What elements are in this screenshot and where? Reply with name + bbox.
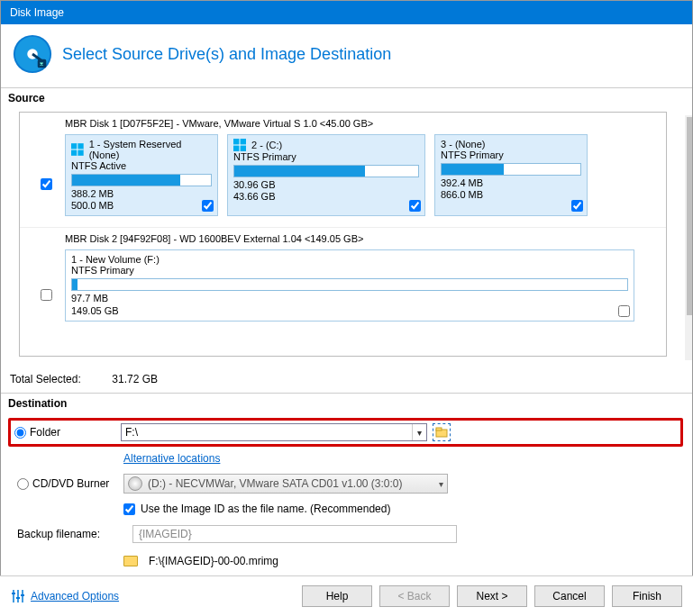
partition-fs: NTFS Primary xyxy=(441,149,581,160)
windows-icon xyxy=(71,143,84,156)
windows-icon xyxy=(233,139,246,151)
wizard-header: Select Source Drive(s) and Image Destina… xyxy=(1,24,692,87)
partition[interactable]: 2 - (C:) NTFS Primary 30.96 GB 43.66 GB xyxy=(227,134,425,216)
burner-combo[interactable]: (D:) - NECVMWar, VMware SATA CD01 v1.00 … xyxy=(123,474,448,494)
source-list: MBR Disk 1 [D07F5F2E] - VMware, VMware V… xyxy=(19,112,667,357)
folder-label: Folder xyxy=(30,426,60,439)
partition[interactable]: 1 - New Volume (F:) NTFS Primary 97.7 MB… xyxy=(65,249,634,321)
partition-total: 500.0 MB xyxy=(71,200,212,212)
partition-used: 30.96 GB xyxy=(233,179,419,191)
total-selected-value: 31.72 GB xyxy=(112,373,158,385)
wizard-footer: Advanced Options Help < Back Next > Canc… xyxy=(0,575,693,616)
disk-block: MBR Disk 2 [94F92F08] - WD 1600BEV Exter… xyxy=(20,227,666,330)
window-title: Disk Image xyxy=(10,6,64,19)
partition-total: 866.0 MB xyxy=(441,189,581,201)
chevron-down-icon: ▾ xyxy=(439,479,443,489)
cancel-button[interactable]: Cancel xyxy=(534,585,605,607)
partition-name: 1 - System Reserved (None) xyxy=(89,139,212,160)
partition-checkbox[interactable] xyxy=(571,200,583,212)
partition-fs: NTFS Active xyxy=(71,160,212,171)
partition-name: 2 - (C:) xyxy=(251,140,282,150)
svg-rect-15 xyxy=(12,593,15,594)
disc-icon xyxy=(128,476,142,491)
partition-name: 3 - (None) xyxy=(441,139,486,149)
source-section-label: Source xyxy=(1,88,692,108)
partition-checkbox[interactable] xyxy=(618,305,630,317)
result-path: F:\{IMAGEID}-00-00.mrimg xyxy=(149,555,278,567)
browse-folder-button[interactable] xyxy=(433,423,451,441)
total-selected-label: Total Selected: xyxy=(10,373,109,385)
partition-checkbox[interactable] xyxy=(409,200,421,212)
sliders-icon xyxy=(11,589,25,603)
disk-block: MBR Disk 1 [D07F5F2E] - VMware, VMware V… xyxy=(20,113,666,225)
partition-used: 392.4 MB xyxy=(441,177,581,189)
disk-image-icon xyxy=(12,33,53,75)
svg-rect-17 xyxy=(21,594,24,596)
burner-value: (D:) - NECVMWar, VMware SATA CD01 v1.00 … xyxy=(148,477,439,490)
source-scrollbar[interactable] xyxy=(685,115,693,360)
folder-path-combo[interactable]: ▾ xyxy=(121,423,427,441)
partition-used: 97.7 MB xyxy=(71,293,628,304)
usage-bar xyxy=(71,278,628,291)
svg-rect-11 xyxy=(436,428,442,430)
svg-rect-16 xyxy=(16,597,20,599)
disk-title: MBR Disk 2 [94F92F08] - WD 1600BEV Exter… xyxy=(49,233,363,244)
partition-fs: NTFS Primary xyxy=(71,265,628,276)
partition-fs: NTFS Primary xyxy=(233,151,419,162)
use-image-id-label: Use the Image ID as the file name. (Reco… xyxy=(141,503,390,515)
window-titlebar: Disk Image xyxy=(1,1,692,24)
back-button[interactable]: < Back xyxy=(379,585,450,607)
disk-title: MBR Disk 1 [D07F5F2E] - VMware, VMware V… xyxy=(49,118,373,129)
burner-radio[interactable] xyxy=(17,478,29,490)
folder-path-input[interactable] xyxy=(122,426,412,439)
next-button[interactable]: Next > xyxy=(457,585,527,607)
partition-total: 43.66 GB xyxy=(233,191,419,203)
finish-button[interactable]: Finish xyxy=(612,585,682,607)
partition-checkbox[interactable] xyxy=(202,200,214,212)
alternative-locations-link[interactable]: Alternative locations xyxy=(123,452,220,465)
burner-label: CD/DVD Burner xyxy=(32,477,109,490)
page-title: Select Source Drive(s) and Image Destina… xyxy=(62,45,391,64)
partition[interactable]: 3 - (None) NTFS Primary 392.4 MB 866.0 M… xyxy=(434,134,588,216)
partition-name: 1 - New Volume (F:) xyxy=(71,254,160,265)
usage-bar xyxy=(71,174,212,186)
total-selected-row: Total Selected: 31.72 GB xyxy=(1,360,692,393)
partition[interactable]: 1 - System Reserved (None) NTFS Active 3… xyxy=(65,134,218,216)
disk-checkbox[interactable] xyxy=(41,178,52,190)
advanced-options-link[interactable]: Advanced Options xyxy=(31,590,119,602)
browse-icon xyxy=(435,426,448,439)
backup-filename-label: Backup filename: xyxy=(17,528,100,540)
backup-filename-input[interactable] xyxy=(132,525,457,543)
partition-total: 149.05 GB xyxy=(71,305,628,317)
usage-bar xyxy=(441,163,581,176)
help-button[interactable]: Help xyxy=(302,585,372,607)
disk-checkbox[interactable] xyxy=(41,289,52,301)
folder-radio[interactable] xyxy=(14,427,26,439)
usage-bar xyxy=(233,165,419,177)
partition-used: 388.2 MB xyxy=(71,188,212,200)
use-image-id-checkbox[interactable] xyxy=(123,503,135,515)
destination-section-label: Destination xyxy=(1,394,692,413)
chevron-down-icon[interactable]: ▾ xyxy=(412,424,426,440)
folder-icon xyxy=(123,556,138,566)
